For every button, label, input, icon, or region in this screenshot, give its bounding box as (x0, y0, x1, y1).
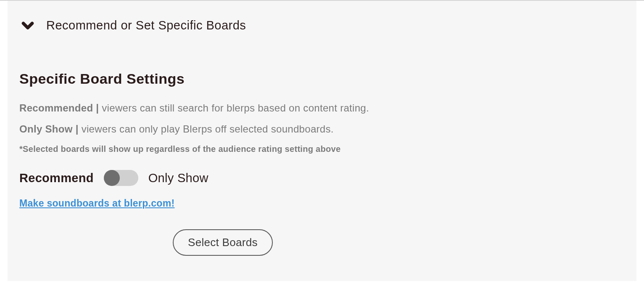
settings-panel: Recommend or Set Specific Boards Specifi… (8, 1, 636, 281)
toggle-label-recommend: Recommend (19, 171, 94, 185)
toggle-knob (104, 170, 120, 186)
recommend-onlyshow-toggle[interactable] (104, 170, 138, 186)
section-title: Specific Board Settings (19, 71, 625, 87)
recommended-description: Recommended | viewers can still search f… (19, 102, 625, 114)
recommended-label: Recommended (19, 102, 93, 114)
pipe-separator: | (96, 102, 99, 114)
header-title: Recommend or Set Specific Boards (46, 19, 246, 32)
make-soundboards-link[interactable]: Make soundboards at blerp.com! (19, 198, 174, 209)
onlyshow-description: Only Show | viewers can only play Blerps… (19, 123, 625, 135)
select-boards-button[interactable]: Select Boards (173, 229, 273, 256)
toggle-row: Recommend Only Show (19, 170, 625, 186)
onlyshow-desc-text: viewers can only play Blerps off selecte… (82, 123, 334, 135)
onlyshow-label: Only Show (19, 123, 73, 135)
pipe-separator: | (76, 123, 79, 135)
button-wrap: Select Boards (19, 229, 625, 256)
chevron-down-icon (19, 17, 36, 34)
collapsible-header[interactable]: Recommend or Set Specific Boards (19, 17, 625, 34)
toggle-label-onlyshow: Only Show (148, 171, 209, 185)
settings-note: *Selected boards will show up regardless… (19, 144, 625, 154)
recommended-desc-text: viewers can still search for blerps base… (102, 102, 369, 114)
